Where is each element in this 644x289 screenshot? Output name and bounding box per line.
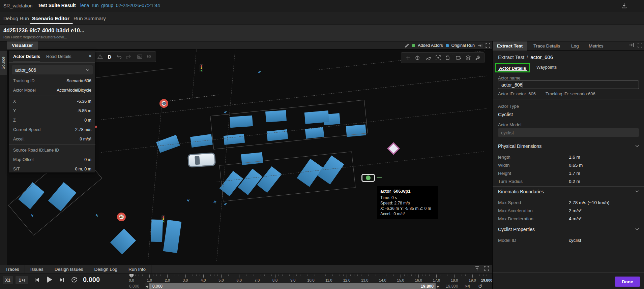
text-caret xyxy=(523,82,523,88)
clamp-range-icon[interactable]: |><| xyxy=(465,284,470,288)
done-button[interactable]: Done xyxy=(615,277,640,287)
divider xyxy=(9,144,95,145)
actor-vehicle[interactable] xyxy=(163,220,182,253)
loop-play-button[interactable] xyxy=(71,276,78,283)
redo-icon[interactable] xyxy=(124,53,133,61)
property-row: Height1.7 m xyxy=(493,169,644,177)
undo-icon[interactable] xyxy=(115,53,123,61)
actor-selector[interactable]: actor_606 xyxy=(12,65,93,74)
bottom-tab-design-log[interactable]: Design Log xyxy=(89,265,123,274)
cyclist-marker[interactable]: ⨯ xyxy=(223,109,228,115)
tab-actor-details[interactable]: Actor Details xyxy=(13,51,40,62)
next-frame-button[interactable] xyxy=(59,278,64,282)
speed-limit-sign: 40 xyxy=(117,213,126,221)
actor-id-text: Actor ID: actor_606 xyxy=(498,91,536,96)
fullscreen-icon[interactable] xyxy=(484,266,489,271)
range-start-handle[interactable]: ◀ xyxy=(145,283,149,289)
reset-range-icon[interactable]: ↺ xyxy=(478,283,482,289)
ruler-tick xyxy=(325,275,326,276)
cyclist-marker[interactable]: ⨯ xyxy=(257,69,262,74)
subtab-waypoints[interactable]: Waypoints xyxy=(536,63,557,72)
actor-property-row: X-6.36 m xyxy=(9,97,95,106)
actor-vehicle[interactable] xyxy=(151,219,163,242)
panel-tab-log[interactable]: Log xyxy=(567,41,583,51)
bottom-tab-design-issues[interactable]: Design Issues xyxy=(49,265,89,274)
close-icon[interactable]: ✕ xyxy=(88,54,92,59)
panel-tab-extract-test[interactable]: Extract Test xyxy=(493,41,527,51)
ruler-tick xyxy=(451,275,451,276)
add-actor-icon[interactable] xyxy=(404,54,412,62)
cyclist-marker[interactable]: ⨯ xyxy=(223,201,228,206)
ruler-tick xyxy=(379,275,379,276)
range-end-handle[interactable]: ▶ xyxy=(436,283,440,289)
speed-limit-sign: 40 xyxy=(159,99,168,108)
breadcrumb-root[interactable]: Extract Test xyxy=(498,54,524,60)
current-time: 0.000 xyxy=(83,276,100,284)
ruler-tick xyxy=(282,275,283,276)
rotate-view-icon[interactable] xyxy=(443,54,451,62)
section-header-kinematic-boundaries[interactable]: Kinematic Boundaries xyxy=(493,186,644,196)
draw-disabled-icon[interactable] xyxy=(404,43,409,48)
ruler-tick xyxy=(462,275,462,276)
panel-tab-metrics[interactable]: Metrics xyxy=(584,41,608,51)
focus-actor-icon[interactable] xyxy=(434,54,442,62)
source-tab[interactable]: Source xyxy=(0,51,7,75)
ruler-label: 6.0 xyxy=(237,278,242,282)
goal-diamond-marker[interactable] xyxy=(387,142,400,155)
fullscreen-icon[interactable] xyxy=(486,43,490,48)
download-icon[interactable] xyxy=(621,3,628,9)
bottom-tab-issues[interactable]: Issues xyxy=(25,265,49,274)
nav-tab-scenario-editor[interactable]: Scenario Editor xyxy=(32,12,69,25)
unlink-icon[interactable] xyxy=(145,53,153,61)
ruler-tick xyxy=(343,275,344,276)
collapse-panel-icon[interactable] xyxy=(477,43,483,48)
collapse-panel-icon[interactable] xyxy=(629,43,634,47)
ruler-tick xyxy=(332,275,333,276)
tools-icon[interactable] xyxy=(473,54,481,62)
ruler-tick xyxy=(214,275,214,276)
bottom-tab-traces[interactable]: Traces xyxy=(0,265,25,274)
ruler-tick xyxy=(408,275,408,276)
extract-test-panel: Extract TestTrace DetailsLogMetrics Extr… xyxy=(492,41,644,289)
camera-icon[interactable] xyxy=(455,54,463,62)
dock-top-icon[interactable] xyxy=(475,266,479,271)
nav-tab-debug-run[interactable]: Debug Run xyxy=(3,12,29,25)
ruler-tick xyxy=(393,275,394,276)
actor-property-row: Tracking IDScenario:606 xyxy=(9,76,95,86)
actor-vehicle[interactable] xyxy=(110,229,136,254)
tooltip-title: actor_606.wp1 xyxy=(380,189,435,194)
ruler-tick xyxy=(268,275,268,276)
tab-visualizer[interactable]: Visualizer xyxy=(7,41,38,50)
tab-road-details[interactable]: Road Details xyxy=(46,51,71,62)
section-header-cyclist-properties[interactable]: Cyclist Properties xyxy=(493,224,644,234)
snapshot-icon[interactable] xyxy=(136,53,144,61)
layers-icon[interactable] xyxy=(464,54,472,62)
prev-frame-button[interactable] xyxy=(34,278,39,282)
actor-type-value: Cyclist xyxy=(498,111,513,117)
range-track[interactable]: 0.000 19.800 xyxy=(149,283,436,289)
cyclist-marker[interactable]: ⨯ xyxy=(186,198,191,203)
nav-tab-run-summary[interactable]: Run Summary xyxy=(74,12,106,25)
measure-icon[interactable] xyxy=(425,54,433,62)
section-header-physical-dimensions[interactable]: Physical Dimensions xyxy=(493,141,644,151)
ruler-tick xyxy=(336,275,336,276)
recenter-icon[interactable] xyxy=(413,54,421,62)
cyclist-marker[interactable]: ⨯ xyxy=(95,213,99,218)
ego-vehicle[interactable] xyxy=(188,153,215,166)
ruler-tick xyxy=(232,275,232,276)
play-button[interactable] xyxy=(47,276,53,283)
bottom-tab-run-info[interactable]: Run Info xyxy=(123,265,151,274)
waypoint-marker[interactable] xyxy=(361,174,375,182)
ruler-tick xyxy=(304,275,304,276)
panel-tab-trace-details[interactable]: Trace Details xyxy=(529,41,564,51)
fullscreen-icon[interactable] xyxy=(638,43,642,47)
ruler-label: 17.0 xyxy=(433,278,440,282)
ruler-tick xyxy=(340,275,340,276)
run-group-link[interactable]: lena_run_group_02-24-2026-07:21:44 xyxy=(80,3,160,8)
range-end-value: 19.800 xyxy=(421,284,436,289)
cyclist-marker[interactable]: ⨯ xyxy=(213,199,217,204)
subtab-actor-details[interactable]: Actor Details xyxy=(495,63,530,72)
ruler-tick xyxy=(135,275,136,276)
actor-name-input[interactable]: actor_606 xyxy=(498,81,639,89)
drive-mode-button[interactable]: D xyxy=(106,53,114,61)
